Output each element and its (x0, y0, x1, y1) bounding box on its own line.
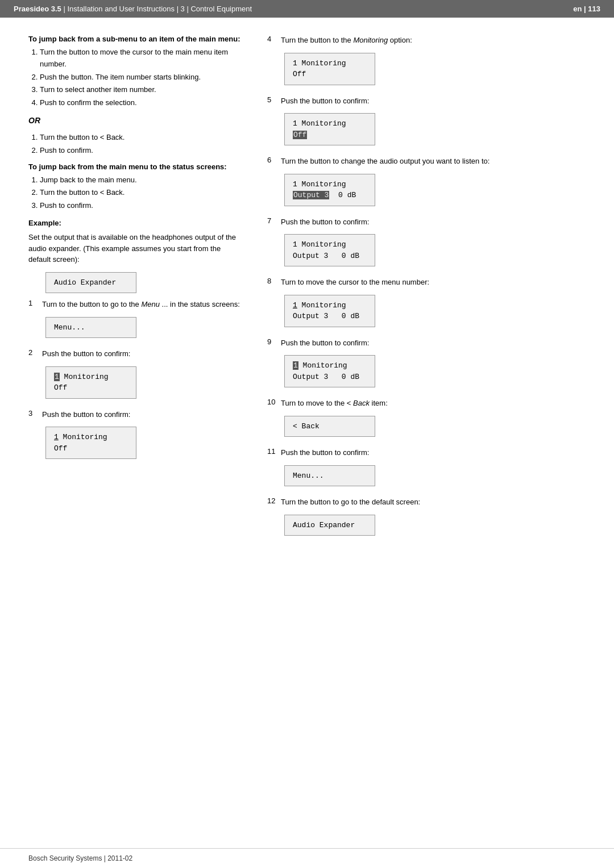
step-12-block: 12 Turn the button to go to the default … (267, 496, 586, 541)
step-11-row: 11 Push the button to confirm: (267, 447, 586, 458)
step-5-block: 5 Push the button to confirm: 1 Monitori… (267, 95, 586, 152)
list-item: Turn to select another item number. (40, 84, 244, 96)
step-6-row: 6 Turn the button to change the audio ou… (267, 156, 586, 167)
screen-step4: 1 MonitoringOff (284, 53, 375, 85)
screen-1-underline: 1 (293, 301, 297, 310)
step-7-num: 7 (267, 216, 279, 225)
screen-underline: 1 (54, 433, 59, 441)
step-7-row: 7 Push the button to confirm: (267, 216, 586, 228)
screen-step9: 1 MonitoringOutput 3 0 dB (284, 355, 375, 387)
two-column-layout: To jump back from a sub-menu to an item … (28, 35, 586, 831)
step-8-block: 8 Turn to move the cursor to the menu nu… (267, 277, 586, 333)
section2-title: To jump back from the main menu to the s… (28, 162, 244, 171)
screen-step3: 1 MonitoringOff (45, 427, 136, 459)
screen-audio-expander: Audio Expander (45, 272, 136, 294)
header-left: Praesideo 3.5 | Installation and User In… (14, 5, 252, 13)
step-1-num: 1 (28, 299, 40, 307)
step-6-block: 6 Turn the button to change the audio ou… (267, 156, 586, 212)
step-2-text: Push the button to confirm: (42, 348, 244, 360)
list-item: Turn the button to < Back. (40, 187, 244, 199)
step-5-row: 5 Push the button to confirm: (267, 95, 586, 107)
list-item: Jump back to the main menu. (40, 174, 244, 186)
step-11-text: Push the button to confirm: (281, 447, 586, 458)
step-10-num: 10 (267, 398, 279, 406)
right-column: 4 Turn the button to the Monitoring opti… (267, 35, 586, 831)
page-number: en | 113 (573, 5, 600, 13)
section1-steps: Turn the button to move the cursor to th… (40, 47, 244, 109)
step-4-text: Turn the button to the Monitoring option… (281, 35, 586, 46)
header-subtitle: | Installation and User Instructions | 3… (61, 5, 252, 13)
section2-steps: Jump back to the main menu. Turn the but… (40, 174, 244, 212)
step-8-num: 8 (267, 277, 279, 285)
step-10-block: 10 Turn to move to the < Back item: < Ba… (267, 398, 586, 443)
or-label: OR (28, 116, 244, 125)
step-3-num: 3 (28, 409, 40, 418)
step-9-num: 9 (267, 337, 279, 346)
step-3-row: 3 Push the button to confirm: (28, 409, 244, 420)
list-item: Push to confirm the selection. (40, 97, 244, 109)
step-12-row: 12 Turn the button to go to the default … (267, 496, 586, 508)
screen-output-highlight: Output 3 (293, 191, 329, 199)
screen-step10: < Back (284, 416, 375, 437)
brand-name: Praesideo 3.5 (14, 5, 61, 13)
step-2-num: 2 (28, 348, 40, 357)
step-7-block: 7 Push the button to confirm: 1 Monitori… (267, 216, 586, 273)
step-2-block: 2 Push the button to confirm: 1 Monitori… (28, 348, 244, 404)
section1-title: To jump back from a sub-menu to an item … (28, 35, 244, 43)
screen-menu: Menu... (45, 317, 136, 339)
step-10-text: Turn to move to the < Back item: (281, 398, 586, 409)
step-1-row: 1 Turn to the button to go to the Menu .… (28, 299, 244, 310)
step-7-text: Push the button to confirm: (281, 216, 586, 228)
list-item: Turn the button to < Back. (40, 132, 244, 144)
screen-1-highlight: 1 (293, 361, 298, 370)
list-item: Push the button. The item number starts … (40, 72, 244, 84)
page-footer: Bosch Security Systems | 2011-02 (0, 848, 614, 868)
step-4-block: 4 Turn the button to the Monitoring opti… (267, 35, 586, 91)
step-5-num: 5 (267, 95, 279, 104)
screen-step2: 1 MonitoringOff (45, 366, 136, 399)
step-9-row: 9 Push the button to confirm: (267, 337, 586, 349)
page: Praesideo 3.5 | Installation and User In… (0, 0, 614, 868)
step-6-num: 6 (267, 156, 279, 164)
screen-off-highlight: Off (293, 131, 307, 139)
screen-step12: Audio Expander (284, 515, 375, 536)
step-12-num: 12 (267, 496, 279, 505)
step-8-row: 8 Turn to move the cursor to the menu nu… (267, 277, 586, 288)
example-intro: Set the output that is available on the … (28, 232, 244, 265)
step-9-block: 9 Push the button to confirm: 1 Monitori… (267, 337, 586, 394)
screen-step8: 1 MonitoringOutput 3 0 dB (284, 295, 375, 327)
screen-step11: Menu... (284, 465, 375, 487)
page-content: To jump back from a sub-menu to an item … (0, 18, 614, 848)
example-title: Example: (28, 219, 61, 227)
or-steps: Turn the button to < Back. Push to confi… (40, 132, 244, 157)
step-1-text: Turn to the button to go to the Menu ...… (42, 299, 244, 310)
step-11-block: 11 Push the button to confirm: Menu... (267, 447, 586, 492)
step-9-text: Push the button to confirm: (281, 337, 586, 349)
list-item: Push to confirm. (40, 145, 244, 157)
page-header: Praesideo 3.5 | Installation and User In… (0, 0, 614, 18)
step-1-block: 1 Turn to the button to go to the Menu .… (28, 299, 244, 344)
list-item: Turn the button to move the cursor to th… (40, 47, 244, 70)
step-12-text: Turn the button to go to the default scr… (281, 496, 586, 508)
footer-text: Bosch Security Systems | 2011-02 (28, 854, 132, 862)
list-item: Push to confirm. (40, 200, 244, 212)
step-5-text: Push the button to confirm: (281, 95, 586, 107)
step-4-row: 4 Turn the button to the Monitoring opti… (267, 35, 586, 46)
step-3-text: Push the button to confirm: (42, 409, 244, 420)
step-2-row: 2 Push the button to confirm: (28, 348, 244, 360)
step-3-block: 3 Push the button to confirm: 1 Monitori… (28, 409, 244, 465)
step-10-row: 10 Turn to move to the < Back item: (267, 398, 586, 409)
step-6-text: Turn the button to change the audio outp… (281, 156, 586, 167)
left-column: To jump back from a sub-menu to an item … (28, 35, 244, 831)
screen-highlight: 1 (54, 373, 60, 381)
step-11-num: 11 (267, 447, 279, 456)
step-4-num: 4 (267, 35, 279, 43)
screen-step5: 1 MonitoringOff (284, 113, 375, 145)
step-8-text: Turn to move the cursor to the menu numb… (281, 277, 586, 288)
screen-step7: 1 MonitoringOutput 3 0 dB (284, 234, 375, 266)
screen-step6: 1 MonitoringOutput 3 0 dB (284, 174, 375, 206)
